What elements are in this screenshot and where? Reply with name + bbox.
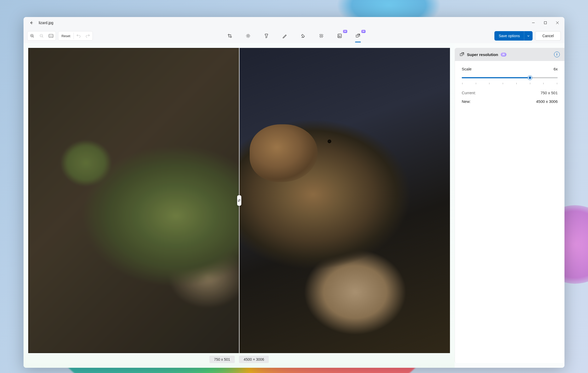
crop-icon bbox=[227, 34, 232, 38]
arrow-left-icon bbox=[29, 21, 33, 25]
ai-badge: AI bbox=[501, 53, 506, 57]
ai-image-icon bbox=[337, 34, 342, 38]
zoom-in-button[interactable] bbox=[27, 31, 37, 40]
current-dim-row: Current: 750 x 501 bbox=[462, 91, 558, 95]
new-dim-row: New: 4500 x 3006 bbox=[462, 99, 558, 104]
minimize-icon bbox=[532, 21, 535, 24]
svg-line-21 bbox=[247, 37, 247, 37]
filter-icon bbox=[264, 34, 269, 38]
markup-tool[interactable] bbox=[280, 31, 290, 41]
dim-before-label: 750 x 501 bbox=[209, 356, 235, 363]
undo-button[interactable] bbox=[74, 31, 83, 40]
swap-icon bbox=[237, 198, 241, 203]
image-after bbox=[239, 48, 450, 353]
save-dropdown[interactable] bbox=[524, 31, 533, 41]
svg-line-22 bbox=[249, 35, 250, 35]
svg-text:1:1: 1:1 bbox=[50, 35, 52, 37]
svg-line-6 bbox=[33, 37, 34, 37]
zoom-out-icon bbox=[39, 34, 44, 38]
save-label: Save options bbox=[494, 34, 524, 38]
new-value: 4500 x 3006 bbox=[536, 99, 558, 104]
content-area: 750 x 501 4500 × 3006 Super resolution A… bbox=[24, 43, 564, 368]
close-icon bbox=[556, 21, 559, 24]
panel-header: Super resolution AI i bbox=[455, 48, 564, 61]
zoom-group: 1:1 bbox=[27, 31, 56, 41]
toolbar-actions: Save options Cancel bbox=[494, 31, 561, 41]
zoom-out-button[interactable] bbox=[37, 31, 46, 40]
svg-point-28 bbox=[339, 35, 339, 36]
slider-fill bbox=[462, 77, 530, 78]
zoom-in-icon bbox=[30, 34, 34, 38]
background-tool[interactable] bbox=[316, 31, 326, 41]
dimension-labels: 750 x 501 4500 × 3006 bbox=[209, 356, 269, 363]
cancel-button[interactable]: Cancel bbox=[535, 31, 561, 41]
current-value: 750 x 501 bbox=[540, 91, 558, 95]
svg-line-10 bbox=[42, 37, 43, 37]
brightness-icon bbox=[246, 34, 250, 38]
fit-icon: 1:1 bbox=[49, 34, 53, 38]
filename-label: lizard.jpg bbox=[39, 21, 53, 25]
svg-point-14 bbox=[247, 35, 249, 37]
dim-after-label: 4500 × 3006 bbox=[239, 356, 269, 363]
maximize-icon bbox=[544, 21, 547, 24]
svg-rect-2 bbox=[544, 22, 547, 24]
filter-tool[interactable] bbox=[261, 31, 271, 41]
back-button[interactable] bbox=[27, 19, 36, 27]
svg-line-25 bbox=[320, 35, 323, 38]
app-window: lizard.jpg 1:1 Reset bbox=[24, 17, 564, 368]
scale-label: Scale bbox=[462, 67, 472, 71]
eraser-icon bbox=[301, 34, 305, 38]
generative-erase-tool[interactable]: AI bbox=[335, 31, 345, 41]
svg-line-26 bbox=[322, 36, 323, 38]
adjust-tool[interactable] bbox=[243, 31, 253, 41]
edit-tools: AI AI bbox=[225, 31, 363, 41]
zoom-fit-button[interactable]: 1:1 bbox=[46, 31, 56, 40]
reset-button[interactable]: Reset bbox=[58, 31, 73, 40]
titlebar: lizard.jpg bbox=[24, 17, 564, 29]
background-icon bbox=[319, 34, 324, 38]
svg-line-24 bbox=[319, 34, 322, 37]
toolbar: 1:1 Reset bbox=[24, 29, 564, 43]
svg-rect-29 bbox=[356, 35, 358, 37]
slider-ticks bbox=[462, 83, 558, 84]
scale-value: 6x bbox=[553, 67, 558, 71]
canvas-area: 750 x 501 4500 × 3006 bbox=[24, 43, 455, 368]
window-controls bbox=[527, 17, 563, 29]
slider-thumb[interactable] bbox=[528, 76, 532, 80]
erase-tool[interactable] bbox=[298, 31, 308, 41]
save-options-button[interactable]: Save options bbox=[494, 31, 533, 41]
image-before bbox=[28, 48, 239, 353]
info-icon: i bbox=[556, 53, 557, 56]
super-resolution-tool[interactable]: AI bbox=[353, 31, 363, 41]
svg-line-20 bbox=[249, 37, 250, 37]
pen-icon bbox=[282, 34, 287, 38]
new-label: New: bbox=[462, 99, 471, 104]
image-compare bbox=[28, 48, 450, 353]
chevron-down-icon bbox=[527, 34, 530, 37]
svg-line-19 bbox=[247, 35, 247, 35]
current-label: Current: bbox=[462, 91, 476, 95]
scale-row: Scale 6x bbox=[462, 67, 558, 71]
upscale-icon bbox=[460, 52, 464, 57]
info-button[interactable]: i bbox=[554, 52, 560, 57]
ai-badge: AI bbox=[361, 30, 366, 33]
scale-slider[interactable] bbox=[462, 75, 558, 81]
upscale-icon bbox=[356, 34, 360, 38]
history-group: Reset bbox=[58, 31, 93, 41]
redo-button[interactable] bbox=[83, 31, 93, 40]
ai-badge: AI bbox=[343, 30, 347, 33]
undo-icon bbox=[76, 34, 81, 38]
svg-line-23 bbox=[319, 34, 321, 35]
minimize-button[interactable] bbox=[527, 17, 539, 29]
close-button[interactable] bbox=[551, 17, 563, 29]
redo-icon bbox=[86, 34, 90, 38]
compare-handle[interactable] bbox=[237, 195, 241, 206]
maximize-button[interactable] bbox=[539, 17, 551, 29]
panel-body: Scale 6x Current: 750 x 501 New: 4 bbox=[455, 61, 564, 114]
crop-tool[interactable] bbox=[225, 31, 235, 41]
side-panel: Super resolution AI i Scale 6x bbox=[455, 48, 564, 363]
panel-title: Super resolution bbox=[467, 52, 498, 57]
svg-rect-30 bbox=[460, 54, 462, 56]
compare-slider[interactable] bbox=[239, 48, 239, 353]
